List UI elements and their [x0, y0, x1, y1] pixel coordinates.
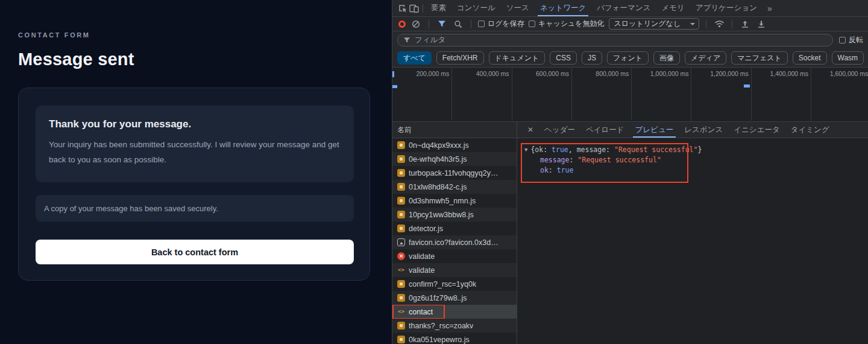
request-name: 0gz6u1fz79w8..js: [409, 294, 467, 302]
detail-tab-レスポンス[interactable]: レスポンス: [679, 122, 728, 138]
devtools-tab-要素[interactable]: 要素: [426, 0, 451, 16]
timeline-label: 1,000,000 ms: [650, 70, 689, 77]
image-file-icon: [397, 238, 405, 246]
timeline-label: 600,000 ms: [536, 70, 569, 77]
request-row[interactable]: 0n~dq4kpx9xxx.js: [392, 138, 517, 152]
devtools-panel: 要素コンソールソースネットワークパフォーマンスメモリアプリケーション » ログを…: [392, 0, 868, 344]
request-row[interactable]: 0gz6u1fz79w8..js: [392, 291, 517, 305]
request-row[interactable]: 0e-wrhqh4h3r5.js: [392, 152, 517, 166]
timeline-gridline: 1,600,000 ms: [811, 68, 868, 121]
detail-tab-ヘッダー[interactable]: ヘッダー: [539, 122, 580, 138]
request-row[interactable]: detector.js: [392, 221, 517, 235]
request-type-chips: すべてFetch/XHRドキュメントCSSJSフォント画像メディアマニフェストS…: [392, 48, 868, 68]
invert-filter-group: 反転: [839, 35, 863, 45]
timeline-label: 800,000 ms: [596, 70, 629, 77]
request-row[interactable]: thanks?_rsc=zoakv: [392, 319, 517, 333]
timeline-gridline: 400,000 ms: [452, 68, 512, 121]
devtools-tab-アプリケーション[interactable]: アプリケーション: [690, 0, 763, 16]
error-file-icon: ✕: [397, 252, 405, 260]
back-to-contact-button[interactable]: Back to contact form: [36, 240, 354, 264]
json-bool: true: [557, 166, 574, 174]
export-har-icon[interactable]: [739, 18, 751, 30]
request-name: validate: [409, 266, 435, 275]
devtools-tabbar: 要素コンソールソースネットワークパフォーマンスメモリアプリケーション »: [392, 0, 868, 17]
json-punct: ,: [568, 145, 577, 154]
fetch-file-icon: [397, 280, 405, 288]
devtools-tab-メモリ[interactable]: メモリ: [656, 0, 690, 16]
device-toolbar-icon[interactable]: [408, 2, 420, 14]
json-string: "Request successful": [577, 156, 661, 164]
detail-tab-プレビュー[interactable]: プレビュー: [630, 122, 679, 138]
devtools-tab-コンソール[interactable]: コンソール: [451, 0, 501, 16]
json-punct: }: [697, 145, 702, 154]
filter-chip-すべて[interactable]: すべて: [397, 51, 432, 65]
request-name: 0d3shmwh5_nmn.js: [409, 197, 476, 205]
timeline-label: 400,000 ms: [476, 70, 509, 77]
request-row[interactable]: 0d3shmwh5_nmn.js: [392, 194, 517, 208]
filter-chip-CSS[interactable]: CSS: [550, 51, 577, 65]
json-key: ok: [540, 166, 549, 174]
expander-icon[interactable]: ▼: [524, 145, 527, 155]
network-filter-input[interactable]: [415, 36, 828, 44]
requests-name-header[interactable]: 名前: [392, 122, 517, 138]
request-row[interactable]: confirm?_rsc=1yq0k: [392, 277, 517, 291]
screen: CONTACT FORM Message sent Thank you for …: [0, 0, 868, 344]
inspect-element-icon[interactable]: [396, 2, 408, 14]
timeline-label: 1,600,000 ms: [830, 70, 868, 77]
filter-chip-Socket[interactable]: Socket: [793, 51, 827, 65]
page-eyebrow: CONTACT FORM: [18, 31, 90, 39]
filter-chip-メディア[interactable]: メディア: [685, 51, 726, 65]
request-detail-pane: ✕ ヘッダーペイロードプレビューレスポンスイニシエータタイミング ▼{ok: t…: [517, 122, 868, 344]
close-detail-icon[interactable]: ✕: [522, 126, 539, 134]
disable-cache-checkbox[interactable]: [529, 21, 535, 27]
filter-chip-ドキュメント[interactable]: ドキュメント: [489, 51, 546, 65]
request-row[interactable]: ✕validate: [392, 249, 517, 263]
toolbar-separator: [732, 20, 732, 28]
search-icon[interactable]: [452, 18, 464, 30]
clear-network-log-icon[interactable]: [410, 18, 422, 30]
detail-tab-ペイロード[interactable]: ペイロード: [580, 122, 630, 138]
throttling-select[interactable]: スロットリングなし: [609, 18, 700, 30]
request-name: 0ka051vepewro.js: [409, 336, 470, 344]
json-line: message: "Request successful": [524, 155, 868, 165]
timeline-overview[interactable]: 200,000 ms400,000 ms600,000 ms800,000 ms…: [392, 68, 868, 122]
more-tabs-icon[interactable]: »: [763, 4, 777, 13]
saved-note-panel: A copy of your message has been saved se…: [36, 195, 354, 221]
confirmation-message-panel: Thank you for your message. Your inquiry…: [36, 106, 354, 182]
devtools-tab-ネットワーク[interactable]: ネットワーク: [535, 0, 591, 16]
filter-funnel-icon: [403, 36, 411, 44]
request-row[interactable]: 01xlw8hd842-c.js: [392, 180, 517, 194]
request-name: 0n~dq4kpx9xxx.js: [409, 141, 469, 150]
network-conditions-icon[interactable]: [713, 18, 725, 30]
preserve-log-checkbox[interactable]: [478, 21, 485, 27]
code-file-icon: <>: [397, 308, 405, 316]
detail-tab-イニシエータ[interactable]: イニシエータ: [728, 122, 785, 138]
toolbar-separator: [423, 4, 423, 13]
json-bool: true: [552, 145, 568, 154]
devtools-tab-ソース[interactable]: ソース: [501, 0, 535, 16]
filter-row: 反転: [392, 31, 868, 48]
request-row[interactable]: <>validate: [392, 263, 517, 277]
request-row[interactable]: <>contact: [392, 305, 517, 319]
filter-chip-Fetch/XHR[interactable]: Fetch/XHR: [436, 51, 484, 65]
page-title: Message sent: [18, 49, 134, 69]
script-file-icon: [397, 294, 405, 302]
filter-chip-画像[interactable]: 画像: [653, 51, 680, 65]
filter-chip-フォント[interactable]: フォント: [607, 51, 649, 65]
script-file-icon: [397, 183, 405, 191]
detail-tab-タイミング[interactable]: タイミング: [785, 122, 835, 138]
devtools-tab-パフォーマンス[interactable]: パフォーマンス: [591, 0, 656, 16]
request-row[interactable]: favicon.ico?favicon.0x3d…: [392, 235, 517, 249]
import-har-icon[interactable]: [755, 18, 767, 30]
filter-chip-マニフェスト[interactable]: マニフェスト: [731, 51, 788, 65]
request-name: favicon.ico?favicon.0x3d…: [409, 238, 498, 247]
invert-filter-checkbox[interactable]: [839, 37, 846, 43]
request-row[interactable]: 10pcy1ww3bbw8.js: [392, 208, 517, 221]
filter-toggle-icon[interactable]: [436, 18, 448, 30]
request-row[interactable]: turbopack-11fvohqgyq2y…: [392, 166, 517, 180]
filter-chip-Wasm[interactable]: Wasm: [832, 51, 864, 65]
request-row[interactable]: 0ka051vepewro.js: [392, 333, 517, 344]
filter-chip-JS[interactable]: JS: [582, 51, 602, 65]
record-network-log-button[interactable]: [398, 21, 406, 28]
preserve-log-label: ログを保存: [488, 19, 524, 29]
